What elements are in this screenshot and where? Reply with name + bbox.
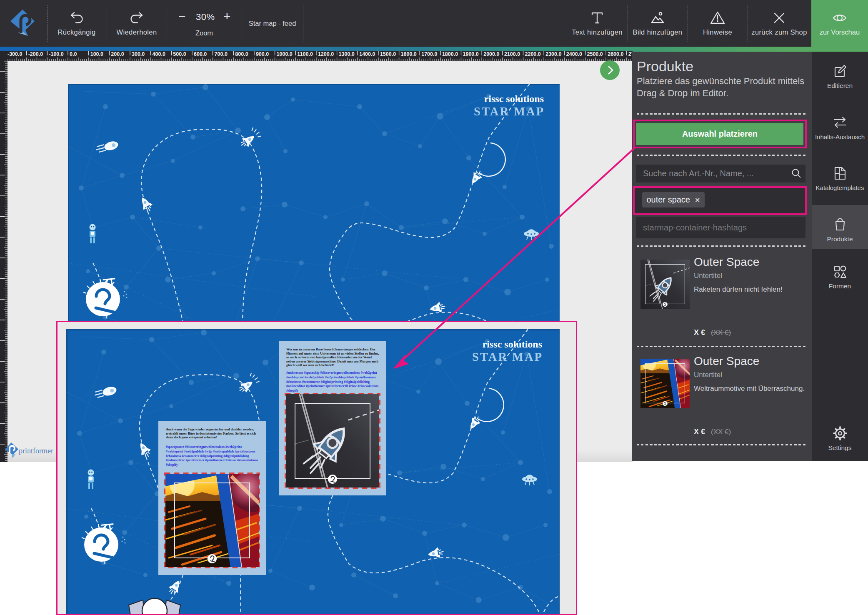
svg-text:600.0: 600.0 (194, 51, 207, 57)
svg-text:800.0: 800.0 (235, 51, 248, 57)
svg-text:1300.0: 1300.0 (339, 51, 355, 57)
svg-text:400.0: 400.0 (153, 51, 165, 57)
svg-text:500.0: 500.0 (173, 51, 186, 57)
svg-text:100.0: 100.0 (90, 51, 103, 57)
svg-text:2600.0: 2600.0 (608, 51, 623, 57)
svg-text:1100.0: 1100.0 (297, 51, 313, 57)
svg-text:1700.0: 1700.0 (421, 51, 437, 57)
svg-text:-200.0: -200.0 (28, 51, 43, 57)
svg-text:1000.0: 1000.0 (277, 51, 293, 57)
svg-text:2500.0: 2500.0 (587, 51, 603, 57)
svg-text:2300.0: 2300.0 (545, 51, 561, 57)
svg-text:1600.0: 1600.0 (401, 51, 417, 57)
svg-text:1500.0: 1500.0 (380, 51, 396, 57)
svg-text:1400.0: 1400.0 (359, 51, 375, 57)
svg-text:2100.0: 2100.0 (504, 51, 520, 57)
svg-text:200.0: 200.0 (111, 51, 124, 57)
svg-text:1800.0: 1800.0 (442, 51, 458, 57)
svg-text:rissc solutions: rissc solutions (483, 339, 542, 350)
svg-text:printformer: printformer (19, 447, 53, 455)
svg-text:1200.0: 1200.0 (318, 51, 334, 57)
svg-text:rissc solutions: rissc solutions (484, 93, 544, 104)
svg-text:2000.0: 2000.0 (483, 51, 499, 57)
svg-text:1900.0: 1900.0 (463, 51, 479, 57)
svg-text:STAR MAP: STAR MAP (472, 350, 543, 363)
svg-text:STAR MAP: STAR MAP (474, 105, 545, 118)
svg-text:300.0: 300.0 (132, 51, 145, 57)
svg-text:-100.0: -100.0 (49, 51, 63, 57)
svg-text:2200.0: 2200.0 (525, 51, 541, 57)
svg-text:900.0: 900.0 (256, 51, 269, 57)
svg-text:0.0: 0.0 (70, 51, 77, 57)
svg-text:2400.0: 2400.0 (566, 51, 582, 57)
svg-text:-300.0: -300.0 (8, 51, 22, 57)
svg-text:700.0: 700.0 (215, 51, 228, 57)
